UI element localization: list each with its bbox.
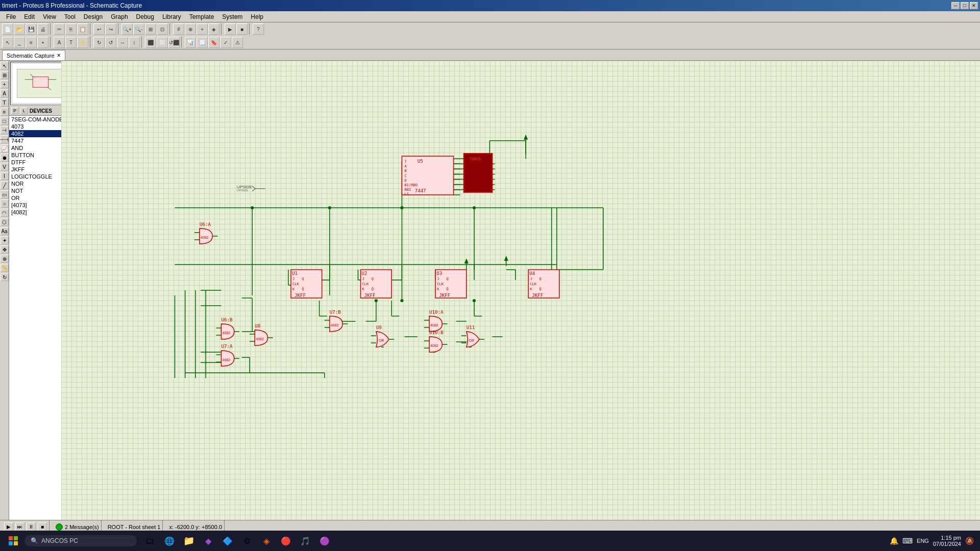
menu-template[interactable]: Template [185, 12, 218, 21]
taskbar-app3[interactable]: ◈ [257, 532, 276, 550]
taskbar-vs[interactable]: ◆ [199, 532, 217, 550]
terminal-tool[interactable]: ⊣ [1, 126, 9, 134]
tb-zoom-fit[interactable]: ⊞ [145, 23, 156, 35]
tb-zoom-area[interactable]: ⊡ [157, 23, 168, 35]
tb-block-move[interactable]: ⬜ [157, 37, 168, 48]
tb-print[interactable]: 🖨 [37, 23, 48, 35]
circle-tool[interactable]: ○ [1, 199, 9, 208]
tb-cut[interactable]: ✂ [54, 23, 65, 35]
tb-stop[interactable]: ■ [236, 23, 248, 35]
tb-zoom-out[interactable]: 🔍- [133, 23, 144, 35]
label-tool[interactable]: A [1, 89, 9, 97]
menu-help[interactable]: Help [247, 12, 267, 21]
tb-block-copy[interactable]: ⬛ [145, 37, 156, 48]
symbol-tool[interactable]: ✦ [1, 236, 9, 244]
taskbar-explorer[interactable]: 🗂 [141, 532, 159, 550]
junction-tool[interactable]: + [1, 80, 9, 88]
box-tool[interactable]: ▭ [1, 190, 9, 198]
graph-tool[interactable]: 📈 [1, 144, 9, 153]
text-tool[interactable]: T [1, 98, 9, 107]
text-ann-tool[interactable]: Aa [1, 227, 9, 235]
tb-fliph[interactable]: ↔ [117, 37, 128, 48]
subcircuit-tool[interactable]: □ [1, 117, 9, 125]
line-tool[interactable]: ╱ [1, 181, 9, 189]
tb-probe[interactable]: ⚡ [77, 37, 88, 48]
tab-close-button[interactable]: ✕ [57, 53, 61, 58]
component-tool[interactable]: ⊞ [1, 71, 9, 79]
polygon-tool[interactable]: ⬡ [1, 218, 9, 226]
recorder-tool[interactable]: ⏺ [1, 154, 9, 162]
taskbar-app1[interactable]: 🔷 [218, 532, 237, 550]
tb-copy[interactable]: ⎘ [65, 23, 77, 35]
taskbar-app4[interactable]: 🎵 [296, 532, 314, 550]
taskbar-app5[interactable]: 🟣 [315, 532, 334, 550]
tb-junction[interactable]: • [37, 37, 48, 48]
tb-add[interactable]: + [197, 23, 208, 35]
tb-annotate[interactable]: 🔖 [208, 37, 219, 48]
tb-undo[interactable]: ↩ [93, 23, 105, 35]
select-tool[interactable]: ↖ [1, 62, 9, 70]
tb-zoom-in[interactable]: 🔍+ [121, 23, 133, 35]
tray-icon-2[interactable]: ⌨ [902, 537, 913, 545]
tb-run[interactable]: ▶ [225, 23, 236, 35]
menu-view[interactable]: View [39, 12, 60, 21]
tb-bus[interactable]: ≡ [26, 37, 37, 48]
pin-tool[interactable]: ─⊣ [1, 135, 9, 143]
device-l-button[interactable]: L [20, 107, 28, 114]
voltage-probe[interactable]: V [1, 163, 9, 171]
tb-origin[interactable]: ⊕ [185, 23, 196, 35]
tb-rotatecw[interactable]: ↻ [93, 37, 105, 48]
ruler-tool[interactable]: 📏 [1, 264, 9, 272]
start-button[interactable] [2, 531, 24, 551]
tb-redo[interactable]: ↪ [105, 23, 116, 35]
menu-graph[interactable]: Graph [107, 12, 132, 21]
notification-icon[interactable]: 🔕 [965, 537, 974, 545]
tray-icon-1[interactable]: 🔔 [890, 537, 898, 545]
arc-tool[interactable]: ◠ [1, 209, 9, 217]
taskbar-chrome[interactable]: 🔴 [277, 532, 295, 550]
tb-grid[interactable]: # [173, 23, 184, 35]
tb-select[interactable]: ↖ [2, 37, 13, 48]
rotate-tool[interactable]: ↻ [1, 273, 9, 281]
current-probe[interactable]: I [1, 172, 9, 180]
taskbar-edge[interactable]: 🌐 [160, 532, 179, 550]
tb-bom[interactable]: 📃 [197, 37, 208, 48]
origin-tool[interactable]: ⊕ [1, 255, 9, 263]
menu-file[interactable]: File [2, 12, 20, 21]
tb-save[interactable]: 💾 [26, 23, 37, 35]
tb-open[interactable]: 📂 [14, 23, 25, 35]
taskbar-app2[interactable]: ⚙ [238, 532, 256, 550]
tb-new[interactable]: 📄 [2, 23, 13, 35]
tb-text[interactable]: T [65, 37, 77, 48]
search-box[interactable]: 🔍 ANGCOS PC [24, 535, 137, 546]
maximize-button[interactable]: □ [961, 2, 969, 9]
tb-snap[interactable]: ◈ [208, 23, 219, 35]
menu-debug[interactable]: Debug [132, 12, 158, 21]
menu-system[interactable]: System [218, 12, 247, 21]
play-button[interactable]: ▶ [4, 522, 13, 532]
tb-help[interactable]: ? [253, 23, 264, 35]
menu-design[interactable]: Design [80, 12, 107, 21]
tb-block-rotate[interactable]: ↺⬛ [168, 37, 180, 48]
bus-tool[interactable]: ≡ [1, 108, 9, 116]
tb-drc[interactable]: ⚠ [232, 37, 243, 48]
menu-edit[interactable]: Edit [20, 12, 39, 21]
tb-netlist[interactable]: 📊 [185, 37, 196, 48]
tb-rotateccw[interactable]: ↺ [105, 37, 116, 48]
lang-indicator[interactable]: ENG [917, 538, 929, 544]
pause-button[interactable]: ⏸ [27, 522, 36, 532]
tb-paste[interactable]: 📋 [77, 23, 88, 35]
tb-flipv[interactable]: ↕ [129, 37, 140, 48]
menu-tool[interactable]: Tool [60, 12, 80, 21]
taskbar-files[interactable]: 📁 [180, 532, 198, 550]
stop-button[interactable]: ■ [38, 522, 47, 532]
menu-library[interactable]: Library [158, 12, 185, 21]
move-tool[interactable]: ✥ [1, 245, 9, 254]
minimize-button[interactable]: ─ [951, 2, 960, 9]
step-button[interactable]: ⏭ [15, 522, 24, 532]
tb-erc[interactable]: ✓ [220, 37, 231, 48]
close-button[interactable]: ✕ [970, 2, 978, 9]
canvas-area[interactable]: U5 7 A B C D BI/RBO RBI LT 7447 [61, 61, 980, 520]
tb-label[interactable]: A [54, 37, 65, 48]
device-p-button[interactable]: P [11, 107, 18, 114]
